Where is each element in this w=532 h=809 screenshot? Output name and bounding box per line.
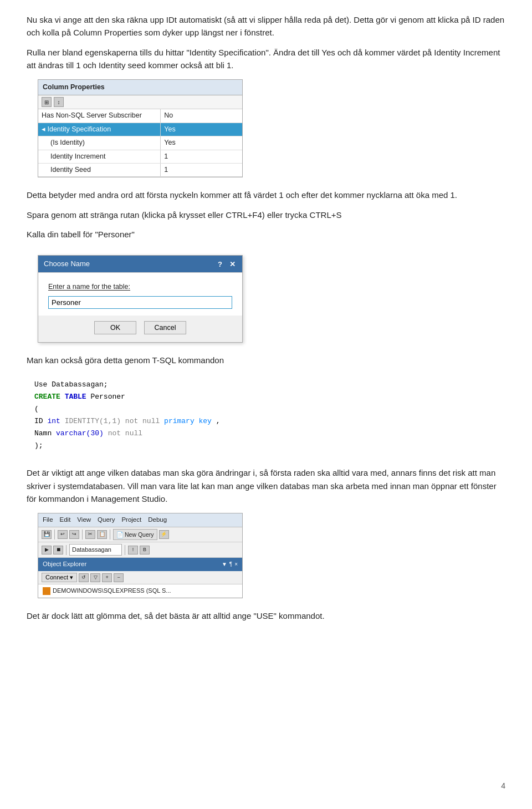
cp-row-value: No: [161, 109, 242, 123]
tb-icon-4: ✂: [85, 530, 95, 539]
tb-separator-1: [54, 530, 55, 540]
new-query-button[interactable]: 📄 New Query: [113, 529, 157, 540]
code-open-paren: (: [34, 405, 39, 413]
server-name: DEMOWINDOWS\SQLEXPRESS (SQL S...: [53, 586, 171, 596]
cp-toolbar: ⊞ ↕: [38, 95, 242, 109]
cp-icon-2: ↕: [54, 97, 64, 107]
cp-row-label: ◂ Identity Specification: [38, 123, 161, 136]
menu-edit: Edit: [60, 515, 71, 525]
code-block: Use Databassagan; CREATE TABLE Personer …: [27, 373, 505, 458]
ok-button[interactable]: OK: [94, 321, 136, 334]
cp-row-label: (Is Identity): [38, 136, 161, 150]
table-row: Identity Seed 1: [38, 163, 242, 176]
table-row: Has Non-SQL Server Subscriber No: [38, 109, 242, 123]
cp-row-label: Identity Increment: [38, 150, 161, 163]
db-dropdown[interactable]: Databassagan: [69, 544, 122, 556]
code-comma-1: ,: [216, 417, 221, 425]
code-not-null-1: not null: [125, 417, 160, 425]
connect-bar: Connect ▾ ↺ ▽ + −: [38, 571, 242, 584]
code-line-1: Use Databassagan;: [34, 379, 498, 391]
cp-titlebar: Column Properties: [38, 80, 242, 95]
server-icon: [43, 587, 50, 595]
paragraph-7: Det är dock lätt att glömma det, så det …: [27, 609, 505, 622]
code-int-type: int: [47, 417, 60, 425]
table-row: Identity Increment 1: [38, 150, 242, 163]
code-table-name: Personer: [90, 393, 125, 401]
code-line-4: ID int IDENTITY(1,1) not null primary ke…: [34, 415, 498, 428]
code-not-null-2: not null: [108, 429, 142, 437]
paragraph-5: Man kan också göra detta genom T-SQL kom…: [27, 354, 505, 367]
choose-name-dialog: Choose Name ? ✕ Enter a name for the tab…: [38, 255, 243, 343]
table-row-highlighted: ◂ Identity Specification Yes: [38, 123, 242, 136]
tb-icon-1: 💾: [42, 530, 52, 539]
menu-project: Project: [121, 515, 141, 525]
code-namn-label: Namn: [34, 429, 56, 437]
tb-separator-4: [66, 545, 66, 555]
cp-row-value: 1: [161, 150, 242, 163]
code-varchar-type: varchar(30): [56, 429, 104, 437]
code-table-keyword: TABLE: [65, 393, 86, 401]
code-close-paren: );: [34, 441, 43, 450]
dialog-wrapper: Choose Name ? ✕ Enter a name for the tab…: [38, 255, 243, 343]
cp-table: Has Non-SQL Server Subscriber No ◂ Ident…: [38, 109, 242, 177]
code-primary-key: primary key: [164, 417, 212, 425]
code-line-3: (: [34, 403, 498, 415]
paragraph-2: Rulla ner bland egenskaperna tills du hi…: [27, 46, 505, 72]
tb-refresh-icon: ↺: [79, 573, 89, 582]
mgmt-toolbar-2: ▶ ⏹ Databassagan ! B: [38, 542, 242, 558]
menu-debug: Debug: [148, 515, 167, 525]
tb-collapse-icon: −: [114, 573, 124, 582]
paragraph-4b: Kalla din tabell för "Personer": [27, 228, 505, 241]
cp-row-value: 1: [161, 163, 242, 176]
dialog-label: Enter a name for the table:: [48, 282, 232, 292]
mgmt-pin-icon: ▼: [222, 560, 227, 569]
paragraph-4: Spara genom att stränga rutan (klicka på…: [27, 208, 505, 221]
tb-icon-3: ↪: [69, 530, 79, 539]
cp-row-value: Yes: [161, 123, 242, 136]
paragraph-3: Detta betyder med andra ord att första n…: [27, 189, 505, 201]
dialog-titlebar-right: ? ✕: [216, 260, 237, 268]
dialog-content: Enter a name for the table:: [38, 272, 242, 315]
tb-icon-8: ⏹: [53, 546, 63, 554]
tb-icon-5: 📋: [97, 530, 107, 539]
code-line-2: CREATE TABLE Personer: [34, 391, 498, 403]
tb-separator-2: [82, 530, 83, 540]
mgmt-menubar: File Edit View Query Project Debug: [38, 513, 242, 527]
mgmt-close-icon: ×: [234, 560, 238, 569]
tb-icon-10: B: [140, 546, 150, 554]
new-query-label: New Query: [125, 530, 154, 539]
cp-row-value: Yes: [161, 136, 242, 150]
tb-separator-5: [125, 545, 125, 555]
code-use-keyword: Use Databassagan;: [34, 380, 108, 389]
object-explorer-label: Object Explorer: [43, 559, 86, 569]
tb-filter-icon: ▽: [90, 573, 100, 582]
tb-icon-9: !: [128, 546, 138, 554]
cp-row-label: Has Non-SQL Server Subscriber: [38, 109, 161, 123]
cancel-button[interactable]: Cancel: [144, 321, 186, 334]
table-name-input[interactable]: [48, 296, 232, 309]
dialog-close-button[interactable]: ✕: [228, 260, 237, 268]
mgmt-toolbar-1: 💾 ↩ ↪ ✂ 📋 📄 New Query ⚡: [38, 527, 242, 542]
cp-row-label: Identity Seed: [38, 163, 161, 176]
paragraph-6: Det är viktigt att ange vilken databas m…: [27, 466, 505, 505]
new-query-icon: 📄: [116, 530, 124, 539]
mgmt-title-icons: ▼ ¶ ×: [222, 560, 238, 569]
dialog-footer: OK Cancel: [38, 316, 242, 342]
connect-label: Connect ▾: [45, 574, 73, 581]
menu-query: Query: [98, 515, 115, 525]
menu-file: File: [43, 515, 53, 525]
dialog-title: Choose Name: [44, 258, 90, 269]
connect-button[interactable]: Connect ▾: [42, 573, 77, 582]
management-studio-screenshot: File Edit View Query Project Debug 💾 ↩ ↪…: [38, 513, 243, 598]
code-identity-call: IDENTITY(1,1): [65, 417, 121, 425]
menu-view: View: [77, 515, 91, 525]
tb-icon-7: ▶: [42, 546, 52, 554]
tree-item[interactable]: DEMOWINDOWS\SQLEXPRESS (SQL S...: [38, 584, 242, 598]
code-line-6: );: [34, 440, 498, 452]
mgmt-dock-icon: ¶: [229, 560, 232, 569]
table-row: (Is Identity) Yes: [38, 136, 242, 150]
dialog-help-button[interactable]: ?: [216, 260, 224, 268]
column-properties-screenshot: Column Properties ⊞ ↕ Has Non-SQL Server…: [38, 79, 243, 177]
tb-icon-6: ⚡: [159, 530, 169, 539]
code-id-label: ID: [34, 417, 47, 425]
